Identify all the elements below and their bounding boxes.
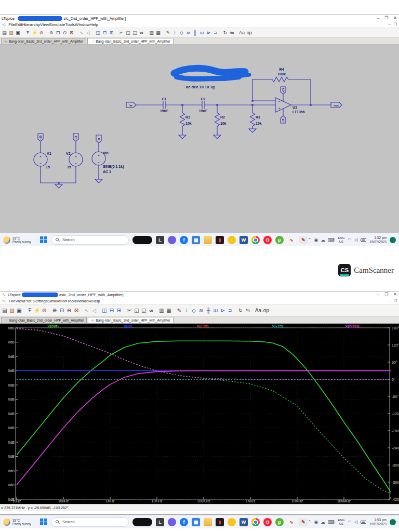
toolbar-button[interactable]: ╫ [192,29,198,36]
toolbar-button[interactable]: ⚡ [31,29,38,36]
weather-widget[interactable]: 33°C Partly sunny [0,518,40,526]
tray-icon[interactable]: ☁ [321,520,325,525]
taskbar-app-icon[interactable]: µ [275,236,284,244]
tray-icon[interactable]: ◉ [314,520,318,525]
toolbar-button[interactable]: ⊕ [51,305,58,315]
toolbar-button[interactable]: .op [262,305,269,315]
taskbar-app-icon[interactable] [228,236,236,244]
mdi-restore-button[interactable]: ❐ [394,22,397,26]
taskbar-app-icon[interactable]: ▦ [192,518,200,526]
toolbar-button[interactable]: ∞ [148,305,155,315]
taskbar-app-icon[interactable]: ▮ [216,236,224,244]
taskbar-app-icon[interactable]: W [240,518,248,526]
tray-icon[interactable]: ⌃ [308,237,312,243]
clock[interactable]: 1:53 pm 19/07/2023 [369,518,387,526]
taskbar-app-icon[interactable]: L [156,518,164,526]
toolbar-button[interactable]: ⊞ [115,305,123,315]
weather-widget[interactable]: 33°C Partly sunny [0,236,40,244]
menu-item[interactable]: Window [75,22,89,27]
restore-button[interactable]: ❐ [384,16,388,20]
menu-item[interactable]: File [8,22,15,27]
toolbar-button[interactable]: ◫ [95,29,101,36]
toolbar-button[interactable]: ◱ [125,29,131,36]
toolbar-button[interactable]: ⊟ [101,29,108,36]
tray-icon[interactable]: ⌨ [328,520,335,525]
menu-item[interactable]: Plot Settings [24,299,48,303]
search-input[interactable]: Search [51,517,129,527]
toolbar-button[interactable]: ▧ [8,305,16,315]
mdi-minimize-button[interactable]: – [389,299,391,303]
toolbar-button[interactable]: ∞ [138,29,145,36]
document-tab[interactable]: 〈 Bang-otan_Basic_2nd_order_HPF_with_Amp… [1,317,87,323]
toolbar-button[interactable]: .op [245,29,252,36]
toolbar-button[interactable]: ⊟ [108,305,115,315]
menu-item[interactable]: Tools [67,299,77,303]
toolbar-button[interactable]: ↻ [237,305,244,315]
volume-icon[interactable]: ◁ [354,520,357,524]
toolbar-button[interactable]: ▦ [155,29,162,36]
toolbar-button[interactable]: ɯ [212,305,219,315]
taskbar-app-icon[interactable]: f [180,518,188,526]
toolbar-button[interactable]: ⊥ [171,29,178,36]
toolbar-button[interactable]: ɯ [198,29,205,36]
tray-icon[interactable]: ◉ [314,237,318,243]
toolbar-button[interactable]: ⇋ [229,29,235,36]
menu-item[interactable]: Hierarchy [22,22,40,27]
toolbar-button[interactable]: ◁ [85,29,91,36]
widget-pill[interactable] [132,236,152,244]
taskbar-app-icon[interactable]: W [240,236,248,244]
document-tab[interactable]: ∿ Bang-otan_Basic_2nd_order_HPF_with_Amp… [1,38,86,44]
taskbar-app-icon[interactable] [251,518,260,526]
toolbar-button[interactable]: ⊕ [48,29,55,36]
taskbar-app-icon[interactable] [228,518,236,526]
toolbar-button[interactable]: ◲ [140,305,148,315]
document-tab[interactable]: 〈 Bang-otan_Basic_2nd_order_HPF_with_Amp… [87,38,173,44]
menu-item[interactable]: Tools [65,22,75,27]
toolbar-button[interactable]: ∿ [83,305,90,315]
taskbar-app-icon[interactable]: f [180,236,188,244]
toolbar-button[interactable]: ∿ [78,29,85,36]
document-tab[interactable]: ∿ Bang-otan_Basic_2nd_order_HPF_with_Amp… [88,317,173,323]
trace-label[interactable]: V(+15) [165,324,240,328]
mdi-restore-button[interactable]: ❐ [394,299,397,303]
toolbar-button[interactable]: ⊃ [227,305,234,315]
wifi-icon[interactable]: ◠ [348,520,351,524]
toolbar-button[interactable]: ↻ [222,29,229,36]
toolbar-button[interactable]: ▣ [15,29,21,36]
taskbar-app-icon[interactable] [168,236,176,244]
toolbar-button[interactable]: ⊖ [65,305,73,315]
widget-pill[interactable] [132,518,152,526]
wifi-icon[interactable]: ◠ [348,237,351,242]
menu-item[interactable]: Simulation [48,299,67,303]
toolbar-button[interactable]: Ŧ [24,29,31,36]
toolbar-button[interactable]: ▤ [1,305,8,315]
toolbar-button[interactable]: ⚡ [33,305,41,315]
start-button[interactable] [40,518,47,526]
minimize-button[interactable]: – [377,16,379,20]
tray-icon[interactable]: ☁ [321,237,325,243]
toolbar-button[interactable]: Aa [238,29,245,36]
tray-icon[interactable]: ⌃ [308,520,312,525]
toolbar-button[interactable]: ✂ [118,29,125,36]
toolbar-button[interactable]: ⊳ [219,305,227,315]
notification-button[interactable] [390,519,396,525]
taskbar-app-icon[interactable]: ▮ [216,518,224,526]
toolbar-button[interactable]: ✎ [165,29,171,36]
trace-label[interactable]: V(-15) [240,324,315,328]
taskbar-app-icon[interactable] [168,518,176,526]
taskbar-app-icon[interactable]: ∿ [287,236,296,244]
volume-icon[interactable]: ◁ [354,237,357,242]
toolbar-button[interactable]: ⊳ [205,29,212,36]
trace-label[interactable]: V(n003) [315,324,390,328]
menu-item[interactable]: View [40,22,49,27]
menu-item[interactable]: Edit [15,22,22,27]
menu-item[interactable]: Simulate [49,22,65,27]
toolbar-button[interactable]: ⊖ [61,29,68,36]
language-switcher[interactable]: ENGUS [338,518,344,525]
battery-icon[interactable] [361,521,366,524]
toolbar-button[interactable]: ╫ [205,305,212,315]
bode-plot[interactable]: 0dB0dB0dB0dB0dB0dB0dB0dB0dB0dB0dB0dB0dB1… [0,324,399,504]
taskbar-app-icon[interactable] [204,236,212,244]
trace-label[interactable]: V(in) [90,324,165,328]
toolbar-button[interactable]: ◁ [90,305,98,315]
